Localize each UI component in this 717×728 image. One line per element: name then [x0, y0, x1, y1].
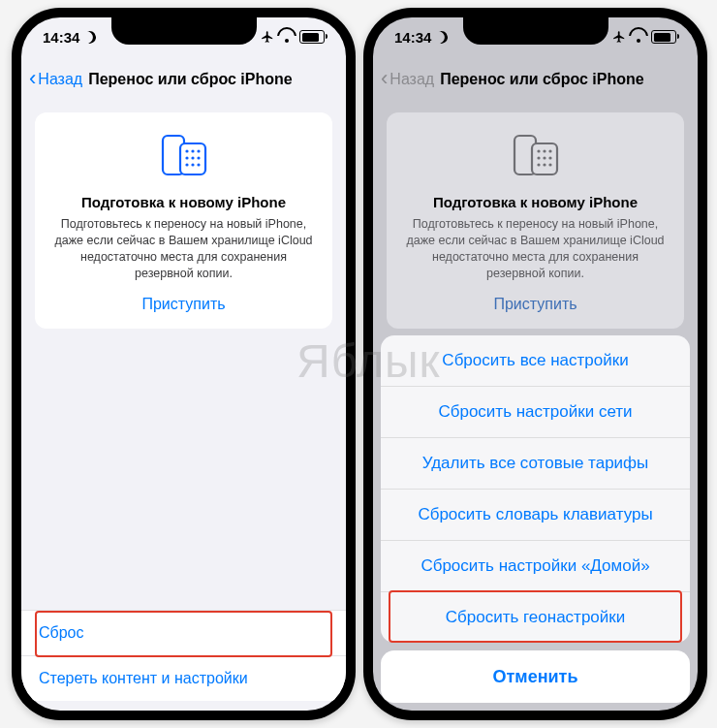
sheet-reset-keyboard[interactable]: Сбросить словарь клавиатуры [381, 489, 690, 540]
card-title: Подготовка к новому iPhone [50, 194, 317, 210]
erase-label: Стереть контент и настройки [39, 670, 248, 687]
devices-icon [509, 134, 563, 180]
reset-label: Сброс [39, 624, 84, 642]
screen-right: 14:34 ‹ Назад Перенос или сброс iPhone [373, 17, 698, 711]
page-title: Перенос или сброс iPhone [88, 71, 293, 88]
action-sheet: Сбросить все настройки Сбросить настройк… [381, 335, 690, 703]
svg-point-8 [185, 163, 188, 166]
chevron-left-icon: ‹ [381, 66, 388, 91]
back-label: Назад [390, 71, 434, 88]
back-label: Назад [38, 71, 82, 88]
erase-row[interactable]: Стереть контент и настройки [21, 655, 346, 701]
nav-bar: ‹ Назад Перенос или сброс iPhone [21, 58, 346, 101]
prepare-card: Подготовка к новому iPhone Подготовьтесь… [387, 112, 684, 329]
svg-point-4 [197, 149, 200, 152]
status-time: 14:34 [43, 29, 79, 46]
page-title: Перенос или сброс iPhone [440, 71, 644, 88]
sheet-cancel-button[interactable]: Отменить [381, 650, 690, 703]
battery-icon [299, 30, 325, 44]
svg-point-7 [197, 156, 200, 159]
device-left: 14:34 ‹ Назад Перенос или сброс iPhone [12, 8, 356, 720]
get-started-button[interactable]: Приступить [50, 296, 317, 313]
card-description: Подготовьтесь к переносу на новый iPhone… [50, 216, 317, 282]
reset-row[interactable]: Сброс [21, 610, 346, 655]
svg-point-19 [537, 163, 540, 166]
svg-point-14 [543, 149, 546, 152]
action-sheet-group: Сбросить все настройки Сбросить настройк… [381, 335, 690, 643]
wifi-icon [279, 31, 295, 43]
prepare-card: Подготовка к новому iPhone Подготовьтесь… [35, 112, 332, 329]
sheet-reset-location[interactable]: Сбросить геонастройки [381, 591, 690, 643]
devices-icon [157, 134, 211, 180]
sheet-reset-home[interactable]: Сбросить настройки «Домой» [381, 540, 690, 591]
status-time: 14:34 [394, 29, 431, 46]
card-description: Подготовьтесь к переносу на новый iPhone… [402, 216, 669, 282]
back-button[interactable]: ‹ Назад [29, 68, 82, 91]
back-button: ‹ Назад [381, 68, 434, 91]
svg-point-17 [543, 156, 546, 159]
get-started-button: Приступить [402, 296, 669, 313]
svg-point-16 [537, 156, 540, 159]
wifi-icon [631, 31, 646, 43]
chevron-left-icon: ‹ [29, 66, 36, 91]
svg-point-10 [197, 163, 200, 166]
do-not-disturb-icon [434, 29, 451, 46]
notch [463, 17, 608, 45]
airplane-mode-icon [612, 30, 626, 44]
svg-point-15 [548, 149, 551, 152]
svg-point-18 [548, 156, 551, 159]
sheet-remove-cellular[interactable]: Удалить все сотовые тарифы [381, 437, 690, 489]
card-title: Подготовка к новому iPhone [402, 194, 669, 210]
svg-point-3 [191, 149, 194, 152]
svg-point-20 [543, 163, 546, 166]
battery-icon [651, 30, 676, 44]
sheet-reset-network[interactable]: Сбросить настройки сети [381, 386, 690, 437]
svg-point-5 [185, 156, 188, 159]
sheet-reset-all[interactable]: Сбросить все настройки [381, 335, 690, 386]
svg-point-6 [191, 156, 194, 159]
airplane-mode-icon [261, 30, 274, 44]
device-right: 14:34 ‹ Назад Перенос или сброс iPhone [363, 8, 707, 720]
screen-left: 14:34 ‹ Назад Перенос или сброс iPhone [21, 17, 346, 711]
nav-bar: ‹ Назад Перенос или сброс iPhone [373, 58, 698, 101]
options-list: Сброс Стереть контент и настройки [21, 610, 346, 701]
svg-point-9 [191, 163, 194, 166]
svg-point-21 [548, 163, 551, 166]
svg-point-13 [537, 149, 540, 152]
do-not-disturb-icon [82, 29, 99, 46]
svg-point-2 [185, 149, 188, 152]
notch [111, 17, 257, 45]
